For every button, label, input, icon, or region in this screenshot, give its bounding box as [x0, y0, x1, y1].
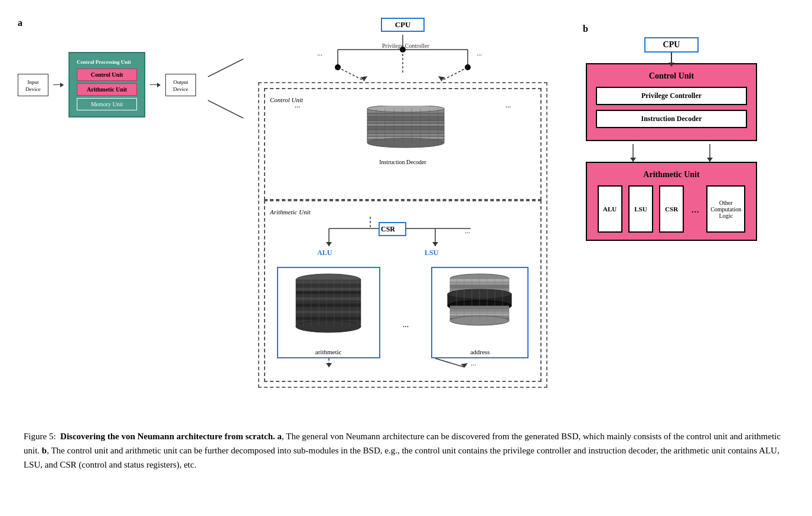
svg-line-14 [441, 67, 468, 81]
svg-line-12 [338, 67, 364, 81]
svg-rect-58 [296, 311, 361, 313]
b-privilege-controller: Privilege Controller [596, 87, 747, 105]
caption-part-b-text: , The control unit and arithmetic unit c… [24, 446, 780, 469]
svg-text:ALU: ALU [317, 249, 332, 257]
output-device-box: Output Device [165, 74, 196, 96]
svg-rect-53 [296, 294, 361, 297]
address-label: address [470, 348, 490, 355]
lsu-gear-box: address [431, 267, 529, 358]
b-control-unit-section: Control Unit Privilege Controller Instru… [586, 63, 757, 141]
svg-rect-57 [296, 307, 361, 311]
b-alu-unit: ALU [598, 185, 622, 233]
svg-point-18 [367, 106, 444, 112]
svg-line-0 [208, 59, 243, 77]
caption-title: Discovering the von Neumann architecture… [60, 432, 275, 441]
svg-rect-55 [296, 301, 361, 303]
svg-rect-56 [296, 303, 361, 307]
diagrams-row: a Input Device Central Processing Unit [18, 12, 794, 394]
lsu-gear-svg [437, 271, 523, 342]
privilege-controller-gear [344, 106, 462, 159]
right-diagram: b CPU Control Unit Privilege Controller … [583, 18, 760, 241]
b-arithmetic-unit-section: Arithmetic Unit ALU LSU CSR ... OtherCom… [586, 162, 757, 241]
svg-marker-42 [432, 242, 438, 246]
b-csr-unit: CSR [659, 185, 684, 233]
svg-line-1 [208, 100, 243, 118]
cpu-connections: ... ... Privilege Controller [267, 35, 539, 82]
svg-marker-15 [438, 76, 445, 81]
svg-line-97 [435, 358, 465, 367]
svg-rect-60 [296, 317, 361, 320]
instruction-decoder-label: Instruction Decoder [379, 159, 426, 165]
gear-connections: ... [270, 358, 542, 376]
svg-marker-101 [630, 158, 636, 162]
svg-rect-20 [367, 117, 444, 120]
expand-lines [208, 53, 243, 124]
svg-text:LSU: LSU [425, 249, 439, 257]
label-a: a [18, 18, 30, 28]
svg-marker-13 [360, 76, 367, 81]
arithmetic-unit-box: Arithmetic Unit [77, 83, 137, 96]
cpu-title: Central Processing Unit [77, 59, 137, 65]
figure-5: a Input Device Central Processing Unit [18, 12, 794, 472]
left-diagram: Input Device Central Processing Unit Con… [18, 52, 196, 117]
b-dots: ... [690, 185, 700, 233]
svg-rect-52 [296, 291, 361, 294]
svg-rect-49 [296, 280, 361, 284]
b-other-computation: OtherComputationLogic [706, 185, 745, 233]
cpu-main-box: Central Processing Unit Control Unit Ari… [69, 52, 145, 117]
svg-rect-21 [367, 120, 444, 123]
svg-text:...: ... [471, 359, 476, 367]
figure-caption: Figure 5: Discovering the von Neumann ar… [18, 414, 794, 472]
svg-marker-96 [326, 363, 332, 367]
alu-gear-box: arithmetic [277, 267, 380, 358]
b-arithmetic-unit-title: Arithmetic Unit [596, 170, 747, 179]
svg-rect-54 [296, 297, 361, 301]
input-device-box: Input Device [18, 74, 48, 96]
b-connection-arrows [586, 144, 757, 162]
svg-rect-59 [296, 313, 361, 317]
svg-rect-19 [367, 113, 444, 117]
b-control-unit-title: Control Unit [596, 71, 747, 81]
b-lsu-unit: LSU [628, 185, 653, 233]
svg-rect-22 [367, 123, 444, 126]
svg-rect-50 [296, 284, 361, 288]
svg-rect-23 [367, 126, 444, 130]
svg-point-28 [367, 138, 444, 148]
svg-marker-40 [326, 242, 332, 246]
svg-rect-25 [367, 133, 444, 136]
caption-part-a-label: a [278, 432, 282, 441]
control-unit-box: Control Unit [77, 68, 137, 81]
svg-text:Privilege Controller: Privilege Controller [382, 43, 429, 49]
svg-text:CSR: CSR [381, 225, 395, 233]
b-instruction-decoder: Instruction Decoder [596, 110, 747, 128]
center-cpu-box: CPU [381, 18, 425, 32]
caption-part-b-label: b [42, 446, 47, 455]
arithmetic-unit-section-label: Arithmetic Unit [270, 208, 311, 215]
alu-connections: CSR ... ALU LSU [270, 217, 542, 264]
svg-rect-24 [367, 130, 444, 133]
memory-unit-box: Memory Unit [77, 98, 137, 110]
svg-point-63 [296, 321, 361, 332]
svg-text:...: ... [465, 227, 470, 235]
svg-text:...: ... [477, 49, 482, 57]
figure-num: Figure 5: [24, 432, 56, 441]
b-sub-units-row: ALU LSU CSR ... OtherComputationLogic [596, 185, 747, 233]
svg-text:...: ... [317, 49, 322, 57]
arithmetic-label: arithmetic [315, 348, 342, 355]
b-cpu-box: CPU [644, 37, 699, 53]
center-diagram: CPU ... ... [255, 18, 550, 388]
alu-gear-svg [283, 271, 374, 342]
svg-marker-103 [707, 158, 713, 162]
svg-rect-51 [296, 288, 361, 291]
label-b: b [583, 24, 595, 34]
